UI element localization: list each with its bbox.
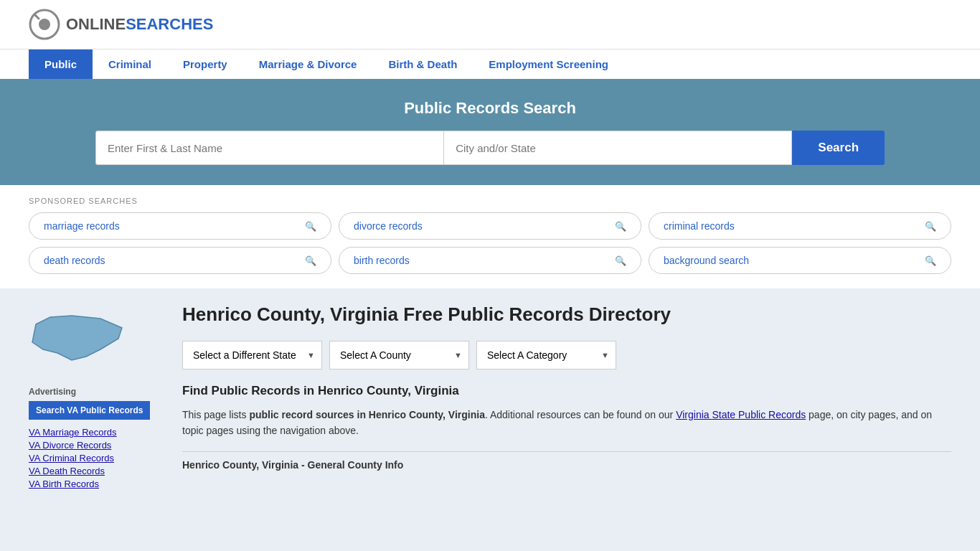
logo-online: ONLINE <box>66 15 126 33</box>
logo-text: ONLINESEARCHES <box>66 15 213 34</box>
sidebar-link-va-divorce[interactable]: VA Divorce Records <box>29 440 165 451</box>
search-icon-divorce: 🔍 <box>615 221 626 232</box>
nav-employment[interactable]: Employment Screening <box>473 50 624 79</box>
sponsored-item-marriage[interactable]: marriage records 🔍 <box>29 212 331 240</box>
sidebar-link-va-criminal[interactable]: VA Criminal Records <box>29 453 165 463</box>
search-form: Search <box>95 131 885 165</box>
find-section: Find Public Records in Henrico County, V… <box>182 384 951 439</box>
sponsored-item-criminal[interactable]: criminal records 🔍 <box>649 212 951 240</box>
search-banner: Public Records Search Search <box>0 79 980 185</box>
category-select-wrap: Select A Category <box>476 341 616 369</box>
search-icon-birth: 🔍 <box>615 255 626 266</box>
sidebar-links: VA Marriage Records VA Divorce Records V… <box>29 427 165 489</box>
find-title: Find Public Records in Henrico County, V… <box>182 384 951 398</box>
svg-marker-2 <box>32 316 122 360</box>
sidebar-ad-button[interactable]: Search VA Public Records <box>29 401 150 420</box>
nav-criminal[interactable]: Criminal <box>93 50 167 79</box>
search-icon-criminal: 🔍 <box>925 221 936 232</box>
find-bold-text: public record sources in Henrico County,… <box>249 409 485 420</box>
sponsored-item-death[interactable]: death records 🔍 <box>29 247 331 274</box>
sponsored-grid: marriage records 🔍 divorce records 🔍 cri… <box>29 212 951 274</box>
state-select-wrap: Select a Different State <box>182 341 322 369</box>
search-icon-marriage: 🔍 <box>305 221 316 232</box>
header: ONLINESEARCHES <box>0 0 980 49</box>
search-button[interactable]: Search <box>792 131 885 165</box>
sponsored-link-birth: birth records <box>354 255 410 266</box>
virginia-map <box>29 303 129 375</box>
svg-point-1 <box>39 19 50 30</box>
virginia-state-records-link[interactable]: Virginia State Public Records <box>676 409 806 420</box>
nav-public[interactable]: Public <box>29 50 93 79</box>
page-title: Henrico County, Virginia Free Public Rec… <box>182 303 951 326</box>
sponsored-item-birth[interactable]: birth records 🔍 <box>339 247 641 274</box>
find-text-after: . Additional resources can be found on o… <box>485 409 676 420</box>
sidebar-link-va-marriage[interactable]: VA Marriage Records <box>29 427 165 438</box>
search-icon-death: 🔍 <box>305 255 316 266</box>
sponsored-link-divorce: divorce records <box>354 220 423 232</box>
search-banner-title: Public Records Search <box>29 99 951 118</box>
state-select[interactable]: Select a Different State <box>182 341 322 369</box>
main-content: Advertising Search VA Public Records VA … <box>0 288 980 506</box>
find-description: This page lists public record sources in… <box>182 407 951 439</box>
logo: ONLINESEARCHES <box>29 9 213 40</box>
nav-property[interactable]: Property <box>167 50 243 79</box>
sidebar-link-va-birth[interactable]: VA Birth Records <box>29 479 165 489</box>
sponsored-link-criminal: criminal records <box>664 220 735 232</box>
sponsored-section: SPONSORED SEARCHES marriage records 🔍 di… <box>0 185 980 288</box>
article: Henrico County, Virginia Free Public Rec… <box>182 303 951 491</box>
advertising-label: Advertising <box>29 387 165 397</box>
county-info-header: Henrico County, Virginia - General Count… <box>182 451 951 471</box>
sponsored-item-background[interactable]: background search 🔍 <box>649 247 951 274</box>
sponsored-label: SPONSORED SEARCHES <box>29 197 951 205</box>
nav-birth-death[interactable]: Birth & Death <box>372 50 473 79</box>
sponsored-link-marriage: marriage records <box>44 220 120 232</box>
location-input[interactable] <box>444 131 792 165</box>
search-icon-background: 🔍 <box>925 255 936 266</box>
dropdowns-row: Select a Different State Select A County… <box>182 341 951 369</box>
sponsored-link-death: death records <box>44 255 105 266</box>
sidebar: Advertising Search VA Public Records VA … <box>29 303 165 491</box>
category-select[interactable]: Select A Category <box>476 341 616 369</box>
logo-searches: SEARCHES <box>126 15 213 33</box>
main-nav: Public Criminal Property Marriage & Divo… <box>0 49 980 79</box>
logo-icon <box>29 9 60 40</box>
sponsored-item-divorce[interactable]: divorce records 🔍 <box>339 212 641 240</box>
sidebar-link-va-death[interactable]: VA Death Records <box>29 466 165 476</box>
name-input[interactable] <box>95 131 444 165</box>
county-info-title: Henrico County, Virginia - General Count… <box>182 459 951 471</box>
county-select[interactable]: Select A County <box>329 341 469 369</box>
sponsored-link-background: background search <box>664 255 749 266</box>
county-select-wrap: Select A County <box>329 341 469 369</box>
find-text-before: This page lists <box>182 409 249 420</box>
nav-marriage-divorce[interactable]: Marriage & Divorce <box>243 50 373 79</box>
